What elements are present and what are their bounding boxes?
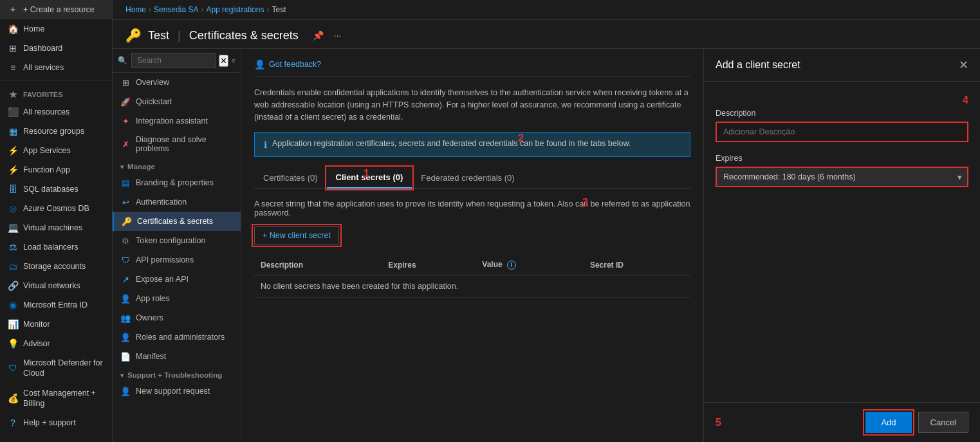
collapse-nav-button[interactable]: « xyxy=(231,56,236,65)
api-permissions-icon: 🛡 xyxy=(120,255,131,265)
sidebar-item-create[interactable]: ＋ + Create a resource xyxy=(0,0,112,19)
search-clear-button[interactable]: ✕ xyxy=(219,55,228,67)
sidebar-item-all-services[interactable]: ≡ All services xyxy=(0,58,112,77)
description-field-label: Description xyxy=(716,109,968,118)
nav-item-overview[interactable]: ⊞ Overview xyxy=(113,73,241,92)
entra-icon: ◉ xyxy=(8,300,18,310)
page-header: 🔑 Test | Certificates & secrets 📌 ··· xyxy=(113,20,980,49)
pin-button[interactable]: 📌 xyxy=(310,29,326,42)
col-secret-id: Secret ID xyxy=(584,255,690,275)
left-nav: 🔍 ✕ « ⊞ Overview 🚀 Quickstart ✦ Integrat… xyxy=(113,49,241,442)
description-input[interactable] xyxy=(716,122,968,142)
sidebar-item-monitor[interactable]: 📊 Monitor xyxy=(0,315,112,334)
expires-field-label: Expires xyxy=(716,154,968,163)
nav-item-manifest[interactable]: 📄 Manifest xyxy=(113,347,241,366)
nav-item-quickstart[interactable]: 🚀 Quickstart xyxy=(113,92,241,111)
quickstart-icon: 🚀 xyxy=(120,97,131,107)
sidebar-item-all-resources[interactable]: ⬛ All resources xyxy=(0,102,112,122)
dashboard-icon: ⊞ xyxy=(8,43,18,53)
sidebar-item-resource-groups[interactable]: ▦ Resource groups xyxy=(0,122,112,141)
tabs-container: Certificates (0) Client secrets (0) Fede… xyxy=(254,167,690,189)
feedback-bar[interactable]: 👤 Got feedback? xyxy=(254,59,690,77)
help-icon: ? xyxy=(8,418,18,428)
breadcrumb-sensedia[interactable]: Sensedia SA xyxy=(154,5,198,14)
col-expires: Expires xyxy=(382,255,476,275)
nav-item-new-support[interactable]: 👤 New support request xyxy=(113,382,241,401)
sql-icon: 🗄 xyxy=(8,184,18,194)
token-icon: ⚙ xyxy=(120,235,131,246)
secrets-table: Description Expires Value i Secret ID No… xyxy=(254,255,690,298)
vnet-icon: 🔗 xyxy=(8,281,18,291)
nav-item-branding[interactable]: ▤ Branding & properties xyxy=(113,173,241,192)
more-button[interactable]: ··· xyxy=(331,29,344,42)
sidebar-item-home[interactable]: 🏠 Home xyxy=(0,19,112,39)
roles-icon: 👤 xyxy=(120,332,131,342)
star-icon: ★ xyxy=(8,89,18,100)
sidebar-item-app-services[interactable]: ⚡ App Services xyxy=(0,141,112,160)
close-panel-button[interactable]: ✕ xyxy=(959,58,968,72)
col-value: Value i xyxy=(476,255,584,275)
cost-icon: 💰 xyxy=(8,393,18,403)
new-client-secret-button[interactable]: + New client secret xyxy=(254,226,339,244)
tab-federated-credentials[interactable]: Federated credentials (0) xyxy=(412,167,523,189)
cosmos-icon: ◎ xyxy=(8,203,18,214)
resource-groups-icon: ▦ xyxy=(8,126,18,136)
sidebar-item-function-app[interactable]: ⚡ Function App xyxy=(0,160,112,180)
page-icon: 🔑 xyxy=(125,28,142,43)
feedback-icon: 👤 xyxy=(254,59,265,69)
nav-item-diagnose[interactable]: ✗ Diagnose and solve problems xyxy=(113,131,241,158)
sidebar-item-ms-entra[interactable]: ◉ Microsoft Entra ID xyxy=(0,295,112,315)
diagnose-icon: ✗ xyxy=(120,139,131,149)
left-nav-search-input[interactable] xyxy=(131,53,216,68)
main-area: Home › Sensedia SA › App registrations ›… xyxy=(113,0,980,442)
lb-icon: ⚖ xyxy=(8,242,18,252)
breadcrumb: Home › Sensedia SA › App registrations ›… xyxy=(113,0,980,20)
sidebar-item-virtual-networks[interactable]: 🔗 Virtual networks xyxy=(0,276,112,295)
manage-section[interactable]: ▾ Manage xyxy=(113,158,241,173)
cancel-button[interactable]: Cancel xyxy=(918,412,968,433)
support-section[interactable]: ▾ Support + Troubleshooting xyxy=(113,366,241,382)
table-empty-row: No client secrets have been created for … xyxy=(254,275,690,297)
nav-item-integration[interactable]: ✦ Integration assistant xyxy=(113,111,241,131)
breadcrumb-home[interactable]: Home xyxy=(125,5,146,14)
page-title: Test | Certificates & secrets xyxy=(148,29,299,42)
sidebar-item-help[interactable]: ? Help + support xyxy=(0,413,112,432)
nav-item-token-config[interactable]: ⚙ Token configuration xyxy=(113,231,241,250)
app-services-icon: ⚡ xyxy=(8,145,18,156)
sidebar-item-storage-accounts[interactable]: 🗂 Storage accounts xyxy=(0,257,112,276)
right-panel-body: 4 Description Expires Recommended: 180 d… xyxy=(704,82,980,402)
all-resources-icon: ⬛ xyxy=(8,107,18,117)
nav-item-api-permissions[interactable]: 🛡 API permissions xyxy=(113,250,241,270)
nav-item-owners[interactable]: 👥 Owners xyxy=(113,308,241,327)
sidebar: ＋ + Create a resource 🏠 Home ⊞ Dashboard… xyxy=(0,0,113,442)
expires-select[interactable]: Recommended: 180 days (6 months) 12 mont… xyxy=(716,167,968,187)
sidebar-item-virtual-machines[interactable]: 💻 Virtual machines xyxy=(0,218,112,237)
nav-item-app-roles[interactable]: 👤 App roles xyxy=(113,289,241,308)
nav-item-expose-api[interactable]: ↗ Expose an API xyxy=(113,270,241,289)
sidebar-item-dashboard[interactable]: ⊞ Dashboard xyxy=(0,39,112,58)
defender-icon: 🛡 xyxy=(8,363,18,373)
breadcrumb-app-reg[interactable]: App registrations xyxy=(206,5,264,14)
add-button[interactable]: Add xyxy=(865,412,911,433)
sidebar-item-load-balancers[interactable]: ⚖ Load balancers xyxy=(0,237,112,257)
support-chevron: ▾ xyxy=(120,372,124,379)
right-panel-title: Add a client secret xyxy=(716,59,800,71)
app-roles-icon: 👤 xyxy=(120,293,131,304)
tab-certificates[interactable]: Certificates (0) xyxy=(254,167,327,189)
nav-item-authentication[interactable]: ↩ Authentication xyxy=(113,192,241,212)
nav-item-certificates[interactable]: 🔑 Certificates & secrets xyxy=(113,212,241,231)
right-panel: Add a client secret ✕ 4 Description Expi… xyxy=(703,49,980,442)
owners-icon: 👥 xyxy=(120,313,131,323)
sidebar-item-advisor[interactable]: 💡 Advisor xyxy=(0,334,112,353)
value-info-icon[interactable]: i xyxy=(507,261,516,270)
tab-client-secrets[interactable]: Client secrets (0) xyxy=(327,167,412,189)
nav-item-roles-admin[interactable]: 👤 Roles and administrators xyxy=(113,327,241,347)
sidebar-item-ms-defender[interactable]: 🛡 Microsoft Defender for Cloud xyxy=(0,353,112,383)
all-services-icon: ≡ xyxy=(8,62,18,73)
manifest-icon: 📄 xyxy=(120,351,131,362)
sidebar-item-cosmos-db[interactable]: ◎ Azure Cosmos DB xyxy=(0,199,112,218)
sidebar-item-sql-databases[interactable]: 🗄 SQL databases xyxy=(0,180,112,199)
function-app-icon: ⚡ xyxy=(8,165,18,175)
sidebar-item-cost-management[interactable]: 💰 Cost Management + Billing xyxy=(0,383,112,414)
right-panel-footer: 5 Add Cancel xyxy=(704,402,980,442)
